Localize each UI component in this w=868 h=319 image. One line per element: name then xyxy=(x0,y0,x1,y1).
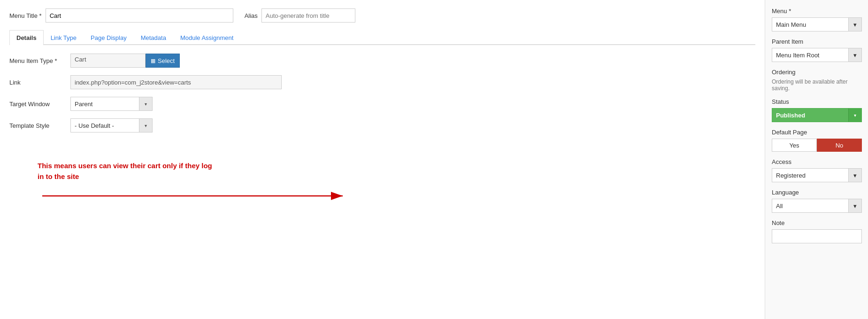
menu-title-input[interactable] xyxy=(46,8,233,23)
status-label: Status xyxy=(772,98,861,105)
parent-item-label: Parent Item xyxy=(772,38,861,45)
chevron-down-icon: ▾ xyxy=(145,101,147,107)
default-page-no-button[interactable]: No xyxy=(817,139,862,152)
target-window-dropdown[interactable]: Parent ▾ xyxy=(70,97,153,111)
chevron-down-icon-4: ▾ xyxy=(853,52,857,59)
menu-title-label: Menu Title * xyxy=(9,12,42,19)
grid-icon: ▦ xyxy=(151,58,155,64)
menu-dropdown-arrow[interactable]: ▾ xyxy=(848,18,861,31)
note-label: Note xyxy=(772,219,861,226)
ordering-label: Ordering xyxy=(772,69,861,76)
default-page-group: Yes No xyxy=(772,139,862,152)
access-dropdown[interactable]: Registered ▾ xyxy=(772,168,862,182)
language-label: Language xyxy=(772,189,861,196)
parent-item-section: Parent Item Menu Item Root ▾ xyxy=(772,38,861,62)
annotation-area: This means users can view their cart onl… xyxy=(38,161,755,182)
ordering-section: Ordering Ordering will be available afte… xyxy=(772,69,861,92)
menu-item-type-value: Cart xyxy=(70,54,146,68)
status-dropdown-arrow[interactable]: ▾ xyxy=(848,109,861,122)
note-section: Note xyxy=(772,219,861,243)
target-window-value: Parent xyxy=(71,99,139,109)
link-input[interactable] xyxy=(70,75,282,89)
access-value: Registered xyxy=(772,170,848,181)
parent-item-arrow[interactable]: ▾ xyxy=(848,48,861,62)
default-page-yes-button[interactable]: Yes xyxy=(772,139,817,152)
default-page-section: Default Page Yes No xyxy=(772,129,861,152)
parent-item-dropdown[interactable]: Menu Item Root ▾ xyxy=(772,48,862,62)
default-page-label: Default Page xyxy=(772,129,861,136)
language-value: All xyxy=(772,201,848,211)
access-section: Access Registered ▾ xyxy=(772,158,861,182)
template-style-label: Template Style xyxy=(9,122,70,129)
tab-link-type[interactable]: Link Type xyxy=(44,30,84,45)
alias-input[interactable] xyxy=(261,8,355,23)
template-style-dropdown[interactable]: - Use Default - ▾ xyxy=(70,118,153,132)
menu-value: Main Menu xyxy=(772,19,848,30)
tab-page-display[interactable]: Page Display xyxy=(84,30,134,45)
select-button-label: Select xyxy=(158,57,175,64)
chevron-down-icon-7: ▾ xyxy=(853,202,857,210)
language-dropdown[interactable]: All ▾ xyxy=(772,199,862,213)
status-value: Published xyxy=(772,110,848,121)
tab-module-assignment[interactable]: Module Assignment xyxy=(173,30,240,45)
parent-item-value: Menu Item Root xyxy=(772,50,848,61)
alias-label: Alias xyxy=(245,12,258,19)
language-section: Language All ▾ xyxy=(772,189,861,213)
access-label: Access xyxy=(772,158,861,165)
menu-label: Menu * xyxy=(772,8,861,15)
chevron-down-icon-5: ▾ xyxy=(854,113,856,118)
note-input[interactable] xyxy=(772,229,862,243)
chevron-down-icon-3: ▾ xyxy=(853,21,857,28)
menu-dropdown[interactable]: Main Menu ▾ xyxy=(772,17,862,31)
annotation-text: This means users can view their cart onl… xyxy=(38,161,216,182)
ordering-description: Ordering will be available after saving. xyxy=(772,78,861,92)
template-style-arrow[interactable]: ▾ xyxy=(139,119,152,132)
annotation-arrow xyxy=(38,187,366,215)
status-section: Status Published ▾ xyxy=(772,98,861,122)
tabs: Details Link Type Page Display Metadata … xyxy=(9,30,755,45)
select-button[interactable]: ▦ Select xyxy=(146,54,180,68)
chevron-down-icon-2: ▾ xyxy=(145,123,147,128)
status-dropdown[interactable]: Published ▾ xyxy=(772,108,862,122)
chevron-down-icon-6: ▾ xyxy=(853,172,857,179)
right-panel: Menu * Main Menu ▾ Parent Item Menu Item… xyxy=(765,0,868,319)
access-dropdown-arrow[interactable]: ▾ xyxy=(848,169,861,182)
menu-section: Menu * Main Menu ▾ xyxy=(772,8,861,31)
tab-details[interactable]: Details xyxy=(9,30,44,45)
template-style-value: - Use Default - xyxy=(71,120,139,131)
language-dropdown-arrow[interactable]: ▾ xyxy=(848,199,861,212)
menu-item-type-group: Cart ▦ Select xyxy=(70,54,180,68)
target-window-arrow[interactable]: ▾ xyxy=(139,97,152,110)
menu-item-type-label: Menu Item Type * xyxy=(9,57,70,64)
link-label: Link xyxy=(9,79,70,86)
target-window-label: Target Window xyxy=(9,101,70,108)
tab-metadata[interactable]: Metadata xyxy=(134,30,173,45)
